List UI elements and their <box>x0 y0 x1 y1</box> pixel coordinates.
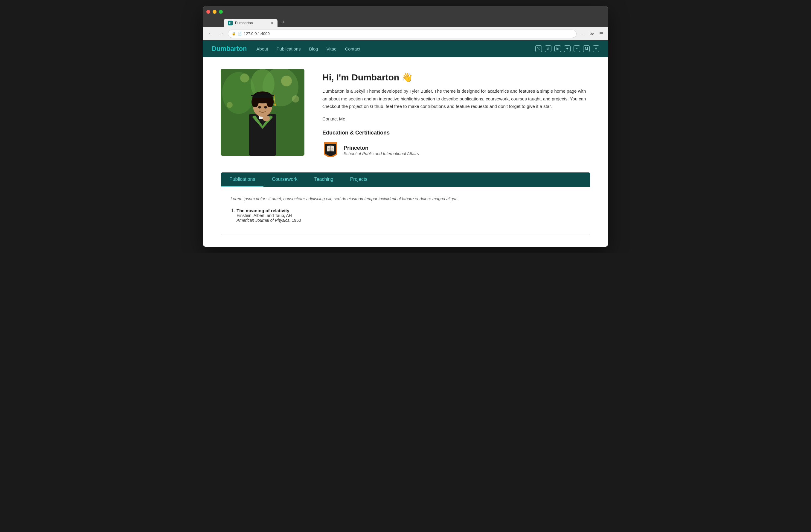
back-button[interactable]: ← <box>206 30 215 38</box>
svg-point-13 <box>266 96 274 107</box>
highlights-tabs: Publications Coursework Teaching Project… <box>221 172 590 187</box>
accessibility-icon[interactable]: A <box>593 45 599 52</box>
princeton-logo: Dei sub numine <box>322 141 339 160</box>
education-section: Education & Certifications De <box>322 130 590 160</box>
nav-contact[interactable]: Contact <box>345 46 360 51</box>
site-content: Hi, I'm Dumbarton 👋 Dumbarton is a Jekyl… <box>203 57 608 247</box>
contact-me-link[interactable]: Contact Me <box>322 116 346 121</box>
nav-blog[interactable]: Blog <box>309 46 318 51</box>
svg-text:numine: numine <box>328 150 333 151</box>
browser-tab[interactable]: D Dumbarton × <box>224 19 277 27</box>
tab-title: Dumbarton <box>235 21 253 25</box>
pub-authors: Einstein, Albert, and Taub, AH <box>236 213 580 218</box>
svg-point-7 <box>240 74 249 82</box>
highlights-content: Lorem ipsum dolor sit amet, consectetur … <box>221 187 590 235</box>
highlights-section: Publications Coursework Teaching Project… <box>221 172 590 235</box>
education-details: Princeton School of Public and Internati… <box>343 145 419 156</box>
tab-coursework[interactable]: Coursework <box>263 172 306 187</box>
institution-name: Princeton <box>343 145 419 151</box>
medium-icon[interactable]: M <box>583 45 590 52</box>
menu-button[interactable]: ☰ <box>598 30 605 37</box>
rss-icon[interactable]: ~ <box>573 45 580 52</box>
minimize-button[interactable] <box>213 10 216 14</box>
hero-title: Hi, I'm Dumbarton 👋 <box>322 72 590 82</box>
tab-projects[interactable]: Projects <box>342 172 376 187</box>
education-title: Education & Certifications <box>322 130 590 136</box>
svg-point-19 <box>258 106 261 109</box>
url-text: 127.0.0.1:4000 <box>244 31 270 36</box>
highlights-intro: Lorem ipsum dolor sit amet, consectetur … <box>231 195 580 202</box>
svg-point-20 <box>264 106 267 109</box>
education-item: Dei sub numine Princeton School of Publi… <box>322 141 590 160</box>
site-navigation: Dumbarton About Publications Blog Vitae … <box>203 40 608 57</box>
github-icon[interactable]: ⊕ <box>545 45 551 52</box>
svg-rect-16 <box>251 95 274 96</box>
svg-point-1 <box>222 72 255 114</box>
svg-point-18 <box>274 104 276 106</box>
extensions-button[interactable]: ⋯ <box>579 30 586 37</box>
svg-rect-8 <box>249 114 276 156</box>
nav-publications[interactable]: Publications <box>277 46 301 51</box>
svg-point-5 <box>292 95 299 103</box>
maximize-button[interactable] <box>219 10 223 14</box>
svg-point-21 <box>263 115 270 121</box>
forward-button[interactable]: → <box>217 30 226 38</box>
url-bar[interactable]: 🔒 📄 127.0.0.1:4000 <box>228 30 577 38</box>
new-tab-button[interactable]: + <box>279 17 288 27</box>
nav-about[interactable]: About <box>256 46 268 51</box>
school-name: School of Public and International Affai… <box>343 151 419 156</box>
publication-item: The meaning of relativity Einstein, Albe… <box>236 208 580 223</box>
profile-photo <box>221 69 304 156</box>
security-icon: 🔒 <box>232 32 236 35</box>
tab-favicon: D <box>228 21 233 26</box>
pub-title: The meaning of relativity <box>236 208 580 213</box>
svg-point-4 <box>281 76 292 87</box>
tab-close-button[interactable]: × <box>271 21 273 26</box>
tab-publications[interactable]: Publications <box>221 172 263 187</box>
svg-point-12 <box>251 96 259 107</box>
social-icons: 𝕏 ⊕ in ✦ ~ M A <box>535 45 599 52</box>
pub-journal: American Journal of Physics, 1950 <box>236 218 580 223</box>
nav-links: About Publications Blog Vitae Contact <box>256 46 535 51</box>
site-logo[interactable]: Dumbarton <box>212 45 247 52</box>
hero-text: Hi, I'm Dumbarton 👋 Dumbarton is a Jekyl… <box>322 69 590 160</box>
page-icon: 📄 <box>238 32 242 35</box>
sidebar-button[interactable]: ≫ <box>588 30 596 37</box>
publications-list: The meaning of relativity Einstein, Albe… <box>231 208 580 223</box>
twitter-icon[interactable]: 𝕏 <box>535 45 542 52</box>
close-button[interactable] <box>206 10 210 14</box>
nav-vitae[interactable]: Vitae <box>326 46 336 51</box>
hero-section: Hi, I'm Dumbarton 👋 Dumbarton is a Jekyl… <box>221 69 590 160</box>
svg-point-6 <box>227 102 233 108</box>
hero-description: Dumbarton is a Jekyll Theme developed by… <box>322 87 590 110</box>
stackoverflow-icon[interactable]: ✦ <box>564 45 570 52</box>
linkedin-icon[interactable]: in <box>554 45 561 52</box>
tab-teaching[interactable]: Teaching <box>306 172 342 187</box>
